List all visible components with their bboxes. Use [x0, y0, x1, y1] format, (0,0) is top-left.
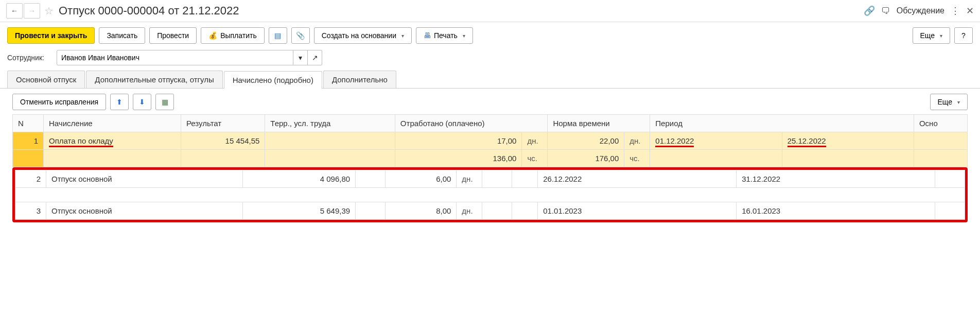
cell-n: 2	[15, 170, 46, 188]
save-button[interactable]: Записать	[99, 27, 145, 44]
header-actions: 🔗 🗨 Обсуждение ⋮ ✕	[864, 5, 974, 16]
move-down-button[interactable]: ⬇	[133, 94, 151, 110]
move-up-button[interactable]: ⬆	[110, 94, 129, 110]
add-column-button[interactable]: ▦	[155, 94, 174, 110]
cell-worked: 17,00	[395, 132, 522, 150]
tab-accrued-detail[interactable]: Начислено (подробно)	[224, 71, 322, 89]
employee-input-group: ▾ ↗	[57, 50, 322, 65]
accrual-table: N Начисление Результат Терр., усл. труда…	[12, 114, 968, 167]
more-button[interactable]: Еще	[913, 27, 951, 44]
col-accrual[interactable]: Начисление	[44, 115, 181, 132]
accrual-table-rest: 2 Отпуск основной 4 096,80 6,00 дн. 26.1…	[15, 170, 965, 220]
cell-norm: 22,00	[548, 132, 624, 150]
cell-accrual: Отпуск основной	[46, 202, 243, 220]
cell-norm-unit-h: чс.	[624, 150, 650, 167]
cell-norm-unit: дн.	[624, 132, 650, 150]
cell-norm-unit	[512, 170, 538, 188]
table-row[interactable]: 2 Отпуск основной 4 096,80 6,00 дн. 26.1…	[15, 170, 965, 188]
cell-worked-unit: дн.	[457, 202, 482, 220]
table-more-button[interactable]: Еще	[930, 94, 968, 110]
kebab-icon[interactable]: ⋮	[951, 5, 960, 16]
employee-dropdown-button[interactable]: ▾	[293, 50, 308, 65]
col-worked[interactable]: Отработано (оплачено)	[395, 115, 548, 132]
cell-n: 1	[13, 132, 44, 150]
col-result[interactable]: Результат	[181, 115, 265, 132]
cell-period-end: 16.01.2023	[737, 202, 935, 220]
cell-period-end	[782, 150, 914, 167]
arrow-up-icon: ⬆	[116, 98, 122, 106]
tab-extra[interactable]: Дополнительно	[323, 71, 396, 88]
attach-button[interactable]: 📎	[291, 27, 310, 44]
cell-period-start	[650, 150, 782, 167]
cell-result: 4 096,80	[243, 170, 356, 188]
col-norm[interactable]: Норма времени	[548, 115, 650, 132]
accrual-table-wrap: N Начисление Результат Терр., усл. труда…	[0, 114, 980, 222]
cell-terr	[265, 132, 395, 150]
link-icon[interactable]: 🔗	[864, 5, 875, 16]
annotation-highlight: 2 Отпуск основной 4 096,80 6,00 дн. 26.1…	[12, 167, 968, 222]
cell-accrual	[44, 150, 181, 167]
list-icon-button[interactable]: ▤	[269, 27, 287, 44]
printer-icon: 🖶	[424, 31, 431, 40]
col-n[interactable]: N	[13, 115, 44, 132]
post-button[interactable]: Провести	[149, 27, 197, 44]
close-icon[interactable]: ✕	[966, 5, 974, 16]
cell-osn	[914, 150, 967, 167]
table-row-sub[interactable]: 136,00 чс. 176,00 чс.	[13, 150, 968, 167]
cell-worked-h: 136,00	[395, 150, 522, 167]
table-row[interactable]: 1 Оплата по окладу 15 454,55 17,00 дн. 2…	[13, 132, 968, 150]
cell-period-start: 01.01.2023	[538, 202, 737, 220]
cell-worked: 8,00	[385, 202, 456, 220]
cell-norm	[482, 202, 512, 220]
tab-main-leave[interactable]: Основной отпуск	[7, 71, 85, 88]
cell-norm-h: 176,00	[548, 150, 624, 167]
cell-osn	[935, 202, 965, 220]
cell-osn	[935, 170, 965, 188]
cell-worked: 6,00	[385, 170, 456, 188]
employee-open-button[interactable]: ↗	[308, 50, 322, 65]
cell-terr	[356, 202, 386, 220]
col-period[interactable]: Период	[650, 115, 914, 132]
cell-result: 5 649,39	[243, 202, 356, 220]
cell-osn	[914, 132, 967, 150]
favorite-icon[interactable]: ☆	[44, 5, 54, 17]
cell-period-end: 25.12.2022	[782, 132, 914, 150]
table-header-row: N Начисление Результат Терр., усл. труда…	[13, 115, 968, 132]
employee-field[interactable]	[57, 50, 293, 65]
col-terr[interactable]: Терр., усл. труда	[265, 115, 395, 132]
cell-norm-unit	[512, 202, 538, 220]
forward-button[interactable]: →	[24, 3, 40, 19]
tab-additional-leave[interactable]: Дополнительные отпуска, отгулы	[86, 71, 222, 88]
cell-accrual: Оплата по окладу	[44, 132, 181, 150]
cell-n: 3	[15, 202, 46, 220]
cell-period-start: 01.12.2022	[650, 132, 782, 150]
post-and-close-button[interactable]: Провести и закрыть	[7, 27, 95, 44]
employee-label: Сотрудник:	[7, 54, 52, 62]
cell-terr	[356, 170, 386, 188]
table-add-icon: ▦	[162, 98, 168, 106]
cell-worked-unit-h: чс.	[522, 150, 548, 167]
chat-icon[interactable]: 🗨	[881, 6, 890, 16]
back-button[interactable]: ←	[6, 3, 23, 19]
cell-worked-unit: дн.	[457, 170, 482, 188]
cell-accrual: Отпуск основной	[46, 170, 243, 188]
payout-button[interactable]: 💰 Выплатить	[201, 27, 265, 44]
cell-worked-unit: дн.	[522, 132, 548, 150]
table-row[interactable]: 3 Отпуск основной 5 649,39 8,00 дн. 01.0…	[15, 202, 965, 220]
cell-period-start: 26.12.2022	[538, 170, 737, 188]
discuss-link[interactable]: Обсуждение	[897, 6, 944, 15]
cancel-corrections-button[interactable]: Отменить исправления	[12, 94, 106, 110]
col-osn[interactable]: Осно	[914, 115, 967, 132]
cell-terr	[265, 150, 395, 167]
currency-icon: 💰	[208, 31, 217, 40]
page-title: Отпуск 0000-000004 от 21.12.2022	[59, 4, 864, 18]
cell-n	[13, 150, 44, 167]
create-based-on-button[interactable]: Создать на основании	[314, 27, 412, 44]
print-button[interactable]: 🖶 Печать	[416, 27, 473, 44]
help-button[interactable]: ?	[954, 27, 973, 44]
payout-label: Выплатить	[220, 31, 257, 40]
main-toolbar: Провести и закрыть Записать Провести 💰 В…	[0, 22, 980, 48]
table-row-sub[interactable]	[15, 188, 965, 202]
arrow-down-icon: ⬇	[139, 98, 145, 106]
nav-buttons: ← →	[6, 3, 40, 19]
